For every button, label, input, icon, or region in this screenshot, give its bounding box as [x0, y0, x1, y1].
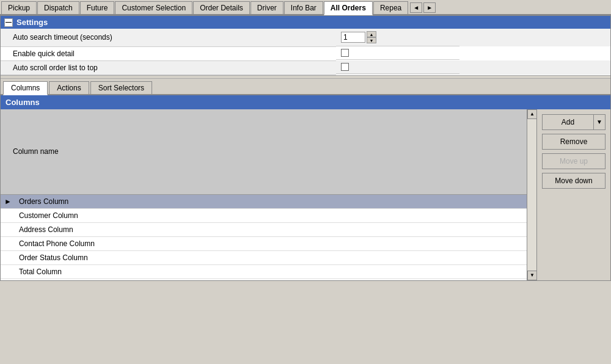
remove-button[interactable]: Remove: [542, 134, 606, 150]
scrollbar-down-button[interactable]: ▼: [527, 271, 536, 280]
row-arrow: [1, 222, 15, 236]
settings-row-quick-detail: Enable quick detail: [1, 46, 610, 60]
col-header-name: Column name: [9, 109, 527, 195]
row-arrow: [1, 250, 15, 264]
quick-detail-checkbox[interactable]: [341, 49, 349, 57]
auto-search-timeout-input[interactable]: [341, 32, 365, 43]
table-row[interactable]: Address Column: [1, 222, 527, 236]
auto-scroll-checkbox[interactable]: [341, 63, 349, 71]
main-content: — Settings Auto search timeout (seconds)…: [0, 15, 611, 281]
settings-value-auto-scroll: [336, 60, 459, 74]
table-row[interactable]: ►Orders Column: [1, 195, 527, 209]
table-row[interactable]: Customer Column: [1, 208, 527, 222]
add-button-container: Add ▼: [542, 114, 606, 130]
settings-label-quick-detail: Enable quick detail: [1, 46, 336, 60]
settings-header: — Settings: [1, 16, 610, 29]
table-row[interactable]: Total Column: [1, 264, 527, 278]
spinner-down-button[interactable]: ▼: [367, 37, 376, 43]
move-up-button[interactable]: Move up: [542, 153, 606, 169]
settings-title: Settings: [16, 18, 48, 27]
buttons-panel: Add ▼ Remove Move up Move down: [537, 109, 610, 280]
settings-label-auto-scroll: Auto scroll order list to top: [1, 60, 336, 75]
columns-table-area: Column name ►Orders ColumnCustomer Colum…: [1, 109, 537, 280]
tab-customer-selection[interactable]: Customer Selection: [115, 1, 192, 14]
columns-section: Columns Column name: [1, 95, 610, 280]
add-button[interactable]: Add: [542, 114, 593, 130]
tab-dispatch[interactable]: Dispatch: [37, 1, 79, 14]
tab-nav-next[interactable]: ►: [423, 2, 436, 13]
row-arrow: [1, 264, 15, 278]
settings-collapse-button[interactable]: —: [4, 18, 13, 27]
row-column-name: Address Column: [15, 222, 527, 236]
table-row[interactable]: Order Status Column: [1, 250, 527, 264]
row-arrow: [1, 208, 15, 222]
table-scrollbar: ▲ ▼: [527, 109, 536, 280]
col-header-arrow: [1, 109, 9, 195]
tab-nav-prev[interactable]: ◄: [410, 2, 422, 13]
tab-order-details[interactable]: Order Details: [193, 1, 250, 14]
spinner-up-button[interactable]: ▲: [367, 31, 376, 37]
settings-label-auto-search: Auto search timeout (seconds): [1, 29, 336, 46]
settings-row-auto-search: Auto search timeout (seconds) ▲ ▼: [1, 29, 610, 46]
columns-body: Column name ►Orders ColumnCustomer Colum…: [1, 109, 610, 280]
scrollbar-up-button[interactable]: ▲: [527, 109, 536, 119]
columns-table-scroll[interactable]: ►Orders ColumnCustomer ColumnAddress Col…: [1, 195, 527, 280]
row-column-name: Orders Column: [15, 195, 527, 209]
columns-table-header: Column name: [1, 109, 527, 195]
settings-value-quick-detail: [336, 46, 459, 60]
settings-row-auto-scroll: Auto scroll order list to top: [1, 60, 610, 75]
row-column-name: Total Column: [15, 264, 527, 278]
table-row[interactable]: Contact Phone Column: [1, 236, 527, 250]
row-arrow: [1, 236, 15, 250]
row-arrow: ►: [1, 195, 15, 209]
sub-tab-sort-selectors[interactable]: Sort Selectors: [90, 81, 152, 94]
scrollbar-track[interactable]: [527, 119, 536, 271]
row-column-name: Customer Column: [15, 208, 527, 222]
tab-all-orders[interactable]: All Orders: [324, 1, 373, 15]
tab-pickup[interactable]: Pickup: [1, 1, 37, 14]
columns-header: Columns: [1, 95, 610, 109]
tab-repeat[interactable]: Repea: [373, 1, 408, 14]
add-dropdown-button[interactable]: ▼: [593, 114, 606, 130]
tab-bar: Pickup Dispatch Future Customer Selectio…: [0, 0, 611, 15]
sub-tab-bar: Columns Actions Sort Selectors: [1, 79, 610, 95]
move-down-button[interactable]: Move down: [542, 173, 606, 189]
settings-table: Auto search timeout (seconds) ▲ ▼ Enable…: [1, 29, 610, 75]
row-column-name: Contact Phone Column: [15, 236, 527, 250]
columns-table: ►Orders ColumnCustomer ColumnAddress Col…: [1, 195, 527, 279]
settings-value-auto-search: ▲ ▼: [336, 29, 459, 46]
tab-info-bar[interactable]: Info Bar: [284, 1, 323, 14]
row-column-name: Order Status Column: [15, 250, 527, 264]
sub-tab-actions[interactable]: Actions: [49, 81, 89, 94]
tab-driver[interactable]: Driver: [251, 1, 284, 14]
sub-tab-columns[interactable]: Columns: [3, 81, 48, 95]
tab-future[interactable]: Future: [80, 1, 115, 14]
